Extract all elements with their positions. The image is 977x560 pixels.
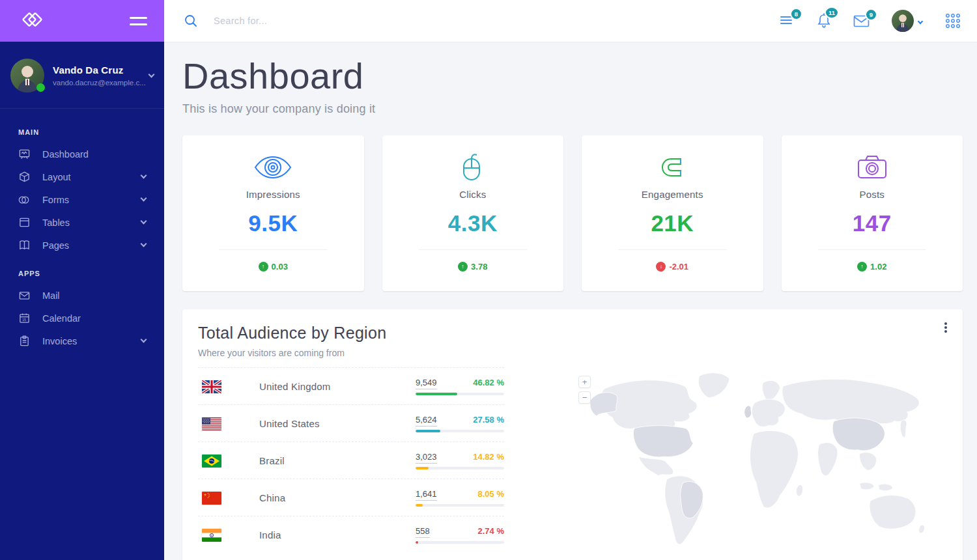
- envelope-icon: [18, 290, 30, 301]
- page-title: Dashboard: [182, 55, 963, 97]
- sidebar-item-label: Mail: [42, 290, 146, 301]
- svg-text:15: 15: [22, 318, 26, 322]
- sidebar-item-label: Invoices: [42, 336, 141, 346]
- change-value: 1.02: [870, 262, 886, 272]
- country-stats: 9,549 46.82 %: [416, 378, 504, 395]
- stat-cards-row: Impressions 9.5K ↑ 0.03 Clicks 4.3K: [182, 135, 963, 291]
- uk-flag: [202, 380, 221, 393]
- cube-icon: [18, 171, 30, 183]
- chevron-down-icon: [141, 195, 147, 202]
- sidebar: Vando Da Cruz vando.dacruz@example.c... …: [0, 0, 164, 560]
- audience-by-region-card: Total Audience by Region Where your visi…: [182, 309, 963, 560]
- stat-value: 147: [795, 210, 950, 236]
- card-subtitle: Where your visitors are coming from: [198, 348, 947, 358]
- content: Dashboard This is how your company is do…: [164, 42, 977, 560]
- change-value: 3.78: [471, 262, 487, 272]
- camera-icon: [795, 152, 950, 182]
- world-map-svg: [573, 367, 950, 555]
- country-row-united-kingdom[interactable]: United Kingdom 9,549 46.82 %: [198, 367, 504, 404]
- chevron-down-icon: [141, 173, 147, 179]
- sidebar-toggle-icon[interactable]: [130, 17, 147, 25]
- divider: [419, 249, 528, 250]
- sidebar-item-invoices[interactable]: Invoices: [0, 329, 164, 352]
- sidebar-header: [0, 0, 164, 42]
- country-percent: 46.82 %: [473, 378, 504, 387]
- sidebar-item-label: Pages: [42, 240, 141, 251]
- user-menu-chevron-icon[interactable]: [149, 71, 155, 77]
- country-stats: 5,624 27.58 %: [416, 415, 504, 432]
- tasks-badge: 8: [790, 8, 802, 20]
- sidebar-item-dashboard[interactable]: Dashboard: [0, 143, 164, 165]
- change-value: 0.03: [272, 262, 288, 272]
- sidebar-item-forms[interactable]: Forms: [0, 188, 164, 211]
- stat-value: 9.5K: [195, 210, 351, 236]
- kebab-menu-icon[interactable]: [942, 320, 950, 335]
- stat-card-engagements: Engagements 21K ↓ -2.01: [582, 135, 763, 291]
- country-name: China: [259, 492, 416, 503]
- world-map[interactable]: + −: [573, 367, 950, 555]
- clipboard-icon: [18, 335, 30, 347]
- arrow-up-icon: ↑: [857, 262, 867, 272]
- stat-card-impressions: Impressions 9.5K ↑ 0.03: [182, 135, 364, 291]
- search-icon[interactable]: [184, 14, 198, 28]
- user-name: Vando Da Cruz: [53, 64, 149, 76]
- country-stats: 558 2.74 %: [416, 526, 504, 544]
- card-title: Total Audience by Region: [198, 324, 947, 343]
- country-row-brazil[interactable]: Brazil 3,023 14.82 %: [198, 441, 504, 479]
- divider: [618, 249, 727, 250]
- sidebar-item-label: Tables: [42, 217, 141, 228]
- country-stats: 3,023 14.82 %: [416, 452, 504, 469]
- arrow-up-icon: ↑: [259, 262, 268, 272]
- nav-section-main: MAIN: [0, 115, 164, 143]
- progress-bar: [416, 430, 504, 432]
- sidebar-item-pages[interactable]: Pages: [0, 234, 164, 257]
- change-value: -2.01: [669, 262, 688, 272]
- stat-change: ↓ -2.01: [595, 262, 750, 272]
- country-name: Brazil: [259, 455, 416, 466]
- sidebar-item-tables[interactable]: Tables: [0, 211, 164, 234]
- tasks-icon[interactable]: 8: [779, 14, 795, 27]
- stat-change: ↑ 1.02: [795, 262, 950, 272]
- brazil-flag: [202, 455, 221, 468]
- country-percent: 27.58 %: [473, 415, 504, 425]
- sidebar-item-label: Calendar: [42, 313, 146, 324]
- sidebar-item-calendar[interactable]: 15 Calendar: [0, 307, 164, 329]
- country-percent: 2.74 %: [478, 526, 504, 536]
- country-value: 5,624: [416, 415, 437, 427]
- user-profile[interactable]: Vando Da Cruz vando.dacruz@example.c...: [0, 42, 164, 109]
- country-stats: 1,641 8.05 %: [416, 489, 504, 507]
- brand-logo-icon[interactable]: [20, 7, 46, 35]
- stat-label: Clicks: [395, 189, 551, 200]
- search-bar: [184, 14, 779, 28]
- divider: [219, 249, 328, 250]
- user-email: vando.dacruz@example.c...: [53, 79, 149, 87]
- notifications-bell-icon[interactable]: 11: [817, 13, 831, 29]
- messages-icon[interactable]: 9: [853, 15, 870, 27]
- toggle-icon: [18, 194, 30, 206]
- stat-change: ↑ 3.78: [395, 262, 551, 272]
- user-menu[interactable]: [892, 10, 922, 32]
- country-name: India: [259, 529, 416, 540]
- app-root: Vando Da Cruz vando.dacruz@example.c... …: [0, 0, 977, 560]
- country-row-united-states[interactable]: United States 5,624 27.58 %: [198, 404, 504, 441]
- search-input[interactable]: [214, 16, 487, 26]
- country-value: 558: [416, 526, 430, 538]
- sidebar-item-mail[interactable]: Mail: [0, 284, 164, 307]
- table-icon: [18, 217, 30, 229]
- sidebar-item-layout[interactable]: Layout: [0, 165, 164, 188]
- sidebar-item-label: Forms: [42, 195, 141, 205]
- apps-grid-icon[interactable]: [944, 12, 961, 29]
- nav-section-apps: APPS: [0, 257, 164, 284]
- dashboard-icon: [18, 148, 30, 160]
- country-row-china[interactable]: China 1,641 8.05 %: [198, 479, 504, 516]
- chevron-down-icon: [141, 241, 147, 247]
- eye-icon: [195, 152, 351, 182]
- map-zoom-controls: + −: [578, 376, 591, 404]
- map-zoom-out-button[interactable]: −: [578, 391, 591, 404]
- country-row-india[interactable]: India 558 2.74 %: [198, 516, 504, 553]
- chevron-down-icon: [141, 218, 147, 225]
- map-zoom-in-button[interactable]: +: [578, 376, 591, 388]
- country-value: 3,023: [416, 452, 437, 464]
- india-flag: [202, 529, 221, 542]
- country-percent: 14.82 %: [473, 452, 504, 462]
